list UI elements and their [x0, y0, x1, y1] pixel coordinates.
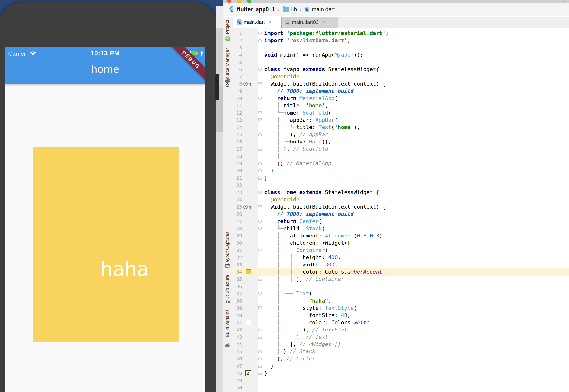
line-number[interactable]: 46	[232, 355, 242, 362]
fold-expand-icon[interactable]	[258, 292, 262, 295]
sidebar-item-structure[interactable]: 7: Structure	[225, 275, 230, 298]
fold-close-icon[interactable]	[258, 278, 262, 281]
code-line[interactable]: 10 return MaterialApp(	[232, 95, 569, 102]
code-line[interactable]: 29 │ │ alignment: Alignment(0.3,0.3),	[232, 232, 569, 239]
line-number[interactable]: 33	[232, 261, 242, 268]
fold-expand-icon[interactable]	[258, 220, 262, 223]
line-number[interactable]: 10	[232, 95, 242, 102]
line-number[interactable]: 3	[232, 44, 242, 51]
tab-main-dart[interactable]: main.dart ×	[233, 17, 282, 28]
breadcrumb-project[interactable]: flutter_app0_1	[237, 6, 275, 13]
line-number[interactable]: 22	[232, 182, 242, 189]
fold-expand-icon[interactable]	[258, 191, 262, 194]
line-number[interactable]: 24	[232, 196, 242, 203]
code-line[interactable]: 11 │ title: 'home',	[232, 102, 569, 109]
fold-expand-icon[interactable]	[258, 205, 262, 209]
code-line[interactable]: 50	[232, 384, 569, 391]
code-line[interactable]: 49	[232, 377, 569, 384]
code-line[interactable]: 43 │ │ ), // Text	[232, 333, 569, 341]
code-line[interactable]: 22	[232, 182, 569, 189]
line-number[interactable]: 31	[232, 247, 242, 254]
code-line[interactable]: 482}	[232, 370, 569, 377]
code-line[interactable]: 44 │ ], // <Widget>[]	[232, 341, 569, 348]
fold-expand-icon[interactable]	[258, 68, 262, 71]
code-line[interactable]: 21}	[232, 174, 569, 182]
fold-close-icon[interactable]	[258, 176, 262, 180]
line-number[interactable]: 12	[232, 109, 242, 116]
fold-expand-icon[interactable]	[258, 97, 262, 100]
line-number[interactable]: 27	[232, 218, 242, 225]
build-variants-icon[interactable]	[225, 344, 230, 347]
line-number[interactable]: 50	[232, 384, 242, 391]
code-editor[interactable]: 1import 'package:flutter/material.dart';…	[232, 28, 569, 392]
line-number[interactable]: 29	[232, 232, 242, 239]
line-number[interactable]: 2	[232, 37, 242, 44]
line-number[interactable]: 40	[232, 312, 242, 319]
code-line[interactable]: 40 │ │ fontSize: 40,	[232, 312, 569, 319]
line-number[interactable]: 5	[232, 59, 242, 66]
fold-expand-icon[interactable]	[258, 227, 262, 230]
line-number[interactable]: 23	[232, 189, 242, 196]
traffic-light-minimize-icon[interactable]	[237, 0, 241, 3]
tab-main-dart03[interactable]: main.dart03 ×	[282, 17, 338, 28]
fold-close-icon[interactable]	[258, 364, 262, 368]
fold-close-icon[interactable]	[258, 133, 262, 136]
line-number[interactable]: 32	[232, 254, 242, 261]
line-number[interactable]: 16	[232, 138, 242, 145]
fold-close-icon[interactable]	[258, 357, 262, 360]
line-number[interactable]: 38	[232, 297, 242, 305]
fold-close-icon[interactable]	[258, 350, 262, 353]
fold-expand-icon[interactable]	[258, 118, 262, 122]
code-line[interactable]: 7 @override	[232, 73, 569, 80]
line-number[interactable]: 48	[232, 370, 242, 377]
code-line[interactable]: 47 }	[232, 362, 569, 370]
code-line[interactable]: 28 └─child: Stack(	[232, 225, 569, 232]
line-number[interactable]: 26	[232, 210, 242, 218]
code-line[interactable]: 3	[232, 44, 569, 51]
line-number[interactable]: 14	[232, 124, 242, 131]
breadcrumb-file[interactable]: main.dart	[312, 6, 335, 13]
fold-close-icon[interactable]	[258, 147, 262, 151]
line-number[interactable]: 17	[232, 145, 242, 153]
code-line[interactable]: 16 │ └─body: Home(),	[232, 138, 569, 145]
code-line[interactable]: 31 │ ├── Container(	[232, 247, 569, 254]
code-line[interactable]: 24 @override	[232, 196, 569, 203]
line-number[interactable]: 41	[232, 319, 242, 326]
line-number[interactable]: 34	[232, 268, 242, 276]
code-line[interactable]: 1import 'package:flutter/material.dart';	[232, 30, 569, 37]
code-line[interactable]: 5	[232, 59, 569, 66]
fold-close-icon[interactable]	[258, 169, 262, 172]
close-icon[interactable]: ×	[268, 19, 271, 26]
fold-expand-icon[interactable]	[258, 82, 262, 85]
line-number[interactable]: 1	[232, 30, 242, 37]
code-line[interactable]: 34 │ │ │ color: Colors.amberAccent,	[232, 268, 569, 276]
breadcrumb-folder[interactable]: lib	[291, 6, 297, 13]
line-number[interactable]: 28	[232, 225, 242, 232]
color-swatch[interactable]	[246, 269, 251, 274]
structure-icon[interactable]	[225, 299, 230, 304]
line-number[interactable]: 11	[232, 102, 242, 109]
traffic-light-close-icon[interactable]	[227, 0, 231, 3]
code-line[interactable]: 33 │ │ │ width: 300,	[232, 261, 569, 268]
fold-expand-icon[interactable]	[258, 307, 262, 310]
line-number[interactable]: 18	[232, 153, 242, 160]
code-line[interactable]: 45 │ ) // Stack	[232, 348, 569, 355]
line-number[interactable]: 25	[232, 203, 242, 210]
code-line[interactable]: 36 │ │	[232, 283, 569, 290]
fold-close-icon[interactable]	[258, 328, 262, 332]
line-number[interactable]: 20	[232, 167, 242, 174]
code-line[interactable]: 30 │ │ children: <Widget>[	[232, 239, 569, 247]
override-icon[interactable]	[243, 205, 248, 209]
fold-close-icon[interactable]	[258, 372, 262, 375]
line-number[interactable]: 49	[232, 377, 242, 384]
line-number[interactable]: 30	[232, 239, 242, 247]
line-number[interactable]: 37	[232, 290, 242, 297]
code-line[interactable]: 39 │ │ style: TextStyle(	[232, 305, 569, 312]
line-number[interactable]: 4	[232, 51, 242, 59]
line-number[interactable]: 42	[232, 326, 242, 333]
line-number[interactable]: 44	[232, 341, 242, 348]
fold-expand-icon[interactable]	[258, 32, 262, 35]
code-line[interactable]: 46 ); // Center	[232, 355, 569, 362]
code-line[interactable]: 32 │ │ │ height: 400,	[232, 254, 569, 261]
code-line[interactable]: 8↑ Widget build(BuildContext context) {	[232, 80, 569, 87]
